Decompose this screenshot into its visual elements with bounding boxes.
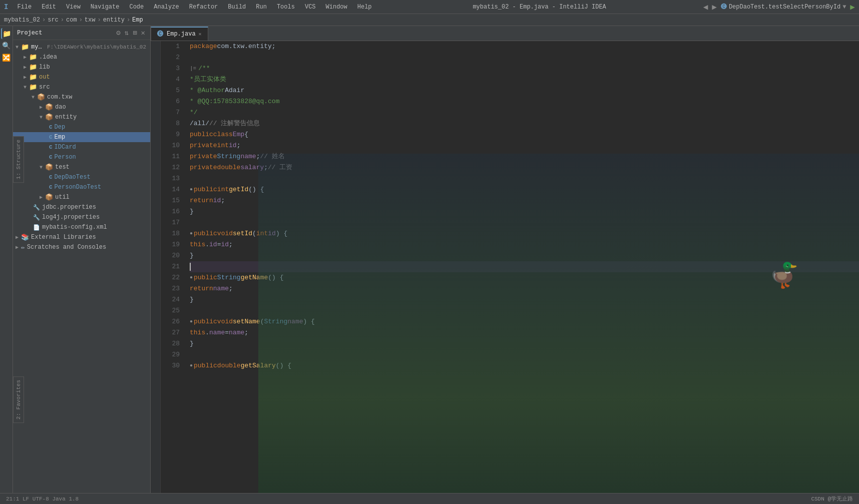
package-icon: 📦 — [45, 163, 53, 171]
menu-tools[interactable]: Tools — [273, 3, 299, 12]
tree-item-emp[interactable]: C Emp — [13, 132, 150, 142]
menu-refactor[interactable]: Refactor — [185, 3, 222, 12]
tree-item-util[interactable]: ▶ 📦 util — [13, 192, 150, 202]
editor-area: 🅒 Emp.java ✕ 1 2 3 4 5 6 7 8 — [151, 26, 859, 504]
find-tool-button[interactable]: 🔍 — [1, 40, 12, 51]
nav-forward-icon[interactable]: ▶ — [712, 2, 717, 12]
breadcrumb-entity[interactable]: entity — [103, 17, 125, 24]
tab-bar: 🅒 Emp.java ✕ — [151, 26, 859, 41]
code-content[interactable]: package com.txw.entity; |= /** * 员工实体类 — [186, 41, 859, 504]
package-icon: 📦 — [45, 103, 53, 111]
tree-item-src[interactable]: ▼ 📁 src — [13, 82, 150, 92]
panel-settings-icon[interactable]: ⚙ — [115, 28, 121, 38]
menu-help[interactable]: Help — [353, 3, 376, 12]
code-line-cursor[interactable] — [190, 261, 859, 272]
run-config-dropdown-icon[interactable]: ▼ — [842, 4, 846, 11]
run-controls: ◀ ▶ 🅒 DepDaoTest.testSelectPersonById ▼ … — [703, 2, 855, 12]
tree-item-dep[interactable]: C Dep — [13, 122, 150, 132]
main-layout: 📁 🔍 🔀 Project ⚙ ⇅ ⊞ ✕ ▼ 📁 mybatis_02 F:\… — [0, 26, 859, 504]
tree-item-idea[interactable]: ▶ 📁 .idea — [13, 52, 150, 62]
code-editor: 1 2 3 4 5 6 7 8 9 10 11 12 13 14 15 16 1 — [151, 41, 859, 504]
tree-item-persondaotest[interactable]: C PersonDaoTest — [13, 182, 150, 192]
editor-content[interactable]: 1 2 3 4 5 6 7 8 9 10 11 12 13 14 15 16 1 — [151, 41, 859, 504]
class-icon: C — [49, 154, 53, 160]
menu-vcs[interactable]: VCS — [301, 3, 320, 12]
panel-header: Project ⚙ ⇅ ⊞ ✕ — [13, 26, 150, 40]
package-icon: 📦 — [45, 113, 53, 121]
menu-analyze[interactable]: Analyze — [150, 3, 183, 12]
breadcrumb-com[interactable]: com — [66, 17, 77, 24]
code-line: private int id; — [190, 140, 859, 151]
panel-sort-icon[interactable]: ⇅ — [124, 28, 130, 38]
folder-out-icon: 📁 — [29, 73, 37, 81]
project-path: F:\IDEAWork\mybatis\mybatis_02 — [47, 44, 146, 50]
tree-item-idcard[interactable]: C IDCard — [13, 142, 150, 152]
code-line: /all/ // 注解警告信息 — [190, 118, 859, 129]
run-button[interactable]: ▶ — [850, 2, 855, 12]
tree-item-dao[interactable]: ▶ 📦 dao — [13, 102, 150, 112]
breadcrumb-txw[interactable]: txw — [85, 17, 96, 24]
method-marker-18: ● — [190, 228, 193, 239]
tree-item-log4j-properties[interactable]: 🔧 log4j.properties — [13, 212, 150, 222]
breadcrumb-bar: mybatis_02 › src › com › txw › entity › … — [0, 14, 859, 26]
tab-label: Emp.java — [167, 31, 196, 38]
tree-item-entity[interactable]: ▼ 📦 entity — [13, 112, 150, 122]
structure-label[interactable]: 1: Structure — [13, 136, 24, 183]
menu-window[interactable]: Window — [322, 3, 351, 12]
menu-edit[interactable]: Edit — [38, 3, 60, 12]
tree-item-com-txw[interactable]: ▼ 📦 com.txw — [13, 92, 150, 102]
nav-back-icon[interactable]: ◀ — [703, 2, 708, 12]
class-icon: C — [49, 174, 53, 180]
code-line: * @Author Adair — [190, 85, 859, 96]
code-line — [190, 349, 859, 360]
tab-emp-java[interactable]: 🅒 Emp.java ✕ — [151, 27, 208, 41]
tree-item-out[interactable]: ▶ 📁 out — [13, 72, 150, 82]
tree-item-depdaotest[interactable]: C DepDaoTest — [13, 172, 150, 182]
menu-code[interactable]: Code — [125, 3, 148, 12]
tree-label: DepDaoTest — [55, 174, 91, 181]
tree-item-lib[interactable]: ▶ 📁 lib — [13, 62, 150, 72]
method-marker-22: ● — [190, 272, 193, 283]
code-line — [190, 173, 859, 184]
structure-panel-label[interactable]: 1: Structure — [13, 136, 24, 183]
panel-close-icon[interactable]: ✕ — [140, 28, 146, 38]
code-line: */ — [190, 107, 859, 118]
menu-file[interactable]: File — [13, 3, 36, 12]
menu-view[interactable]: View — [62, 3, 85, 12]
menu-navigate[interactable]: Navigate — [87, 3, 124, 12]
class-icon: C — [49, 144, 53, 150]
vcs-tool-button[interactable]: 🔀 — [1, 52, 12, 63]
menu-build[interactable]: Build — [224, 3, 250, 12]
favorites-label[interactable]: 2: Favorites — [13, 376, 24, 423]
tree-item-mybatis02[interactable]: ▼ 📁 mybatis_02 F:\IDEAWork\mybatis\mybat… — [13, 42, 150, 52]
code-line: ● public void setId(int id) { — [190, 228, 859, 239]
tree-label: .idea — [39, 54, 57, 61]
breadcrumb-src[interactable]: src — [48, 17, 59, 24]
breadcrumb-emp[interactable]: Emp — [132, 17, 143, 24]
project-tool-button[interactable]: 📁 — [1, 28, 12, 39]
run-config-selector[interactable]: 🅒 DepDaoTest.testSelectPersonById ▼ — [721, 3, 846, 11]
tree-item-jdbc-properties[interactable]: 🔧 jdbc.properties — [13, 202, 150, 212]
project-panel: Project ⚙ ⇅ ⊞ ✕ ▼ 📁 mybatis_02 F:\IDEAWo… — [13, 26, 151, 504]
code-line — [190, 217, 859, 228]
tree-label: com.txw — [47, 94, 72, 101]
tab-close-icon[interactable]: ✕ — [199, 31, 202, 37]
fold-marker[interactable]: |= — [190, 63, 196, 74]
tree-label: mybatis_02 — [31, 44, 44, 51]
breadcrumb-project[interactable]: mybatis_02 — [4, 17, 40, 24]
tree-item-test[interactable]: ▼ 📦 test — [13, 162, 150, 172]
favorites-panel-label[interactable]: 2: Favorites — [13, 376, 24, 423]
bird-decoration: 🦆 — [769, 261, 799, 290]
tree-item-scratches[interactable]: ▶ ✏️ Scratches and Consoles — [13, 242, 150, 252]
file-tree: ▼ 📁 mybatis_02 F:\IDEAWork\mybatis\mybat… — [13, 40, 150, 504]
activity-bar: 📁 🔍 🔀 — [0, 26, 13, 504]
tree-item-person[interactable]: C Person — [13, 152, 150, 162]
code-line: } — [190, 338, 859, 349]
tree-item-external-libraries[interactable]: ▶ 📚 External Libraries — [13, 232, 150, 242]
tree-item-mybatis-config[interactable]: 📄 mybatis-config.xml — [13, 222, 150, 232]
code-line: ● public String getName() { — [190, 272, 859, 283]
panel-expand-icon[interactable]: ⊞ — [132, 28, 138, 38]
code-line: ● public int getId() { — [190, 184, 859, 195]
menu-run[interactable]: Run — [252, 3, 271, 12]
window-title: mybatis_02 - Emp.java - IntelliJ IDEA — [378, 4, 701, 11]
